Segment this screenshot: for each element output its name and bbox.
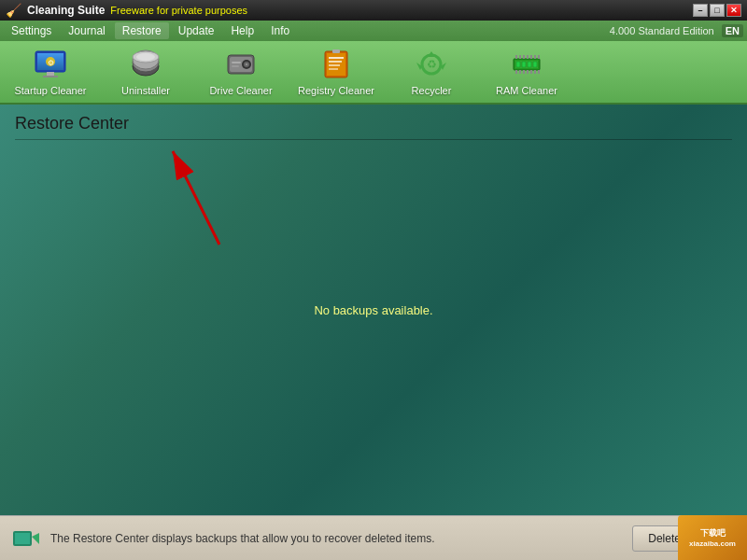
svg-rect-39 — [534, 55, 536, 59]
svg-rect-17 — [232, 62, 241, 63]
svg-rect-45 — [530, 70, 532, 74]
lang-label[interactable]: EN — [722, 24, 743, 37]
drive-cleaner-icon — [224, 48, 258, 81]
menu-info[interactable]: Info — [263, 22, 297, 39]
toolbar-drive-cleaner[interactable]: Drive Cleaner — [194, 44, 288, 100]
svg-rect-37 — [527, 55, 529, 59]
svg-rect-47 — [538, 70, 540, 74]
svg-rect-3 — [47, 72, 54, 76]
menubar-right: 4.000 Standard Edition EN — [610, 24, 743, 37]
toolbar-ram-cleaner[interactable]: RAM Cleaner — [480, 44, 573, 100]
svg-rect-38 — [530, 55, 532, 59]
svg-line-49 — [173, 151, 219, 245]
registry-cleaner-icon — [319, 48, 353, 81]
svg-rect-25 — [332, 49, 340, 53]
svg-point-16 — [246, 63, 247, 65]
menu-journal[interactable]: Journal — [61, 22, 112, 39]
svg-rect-32 — [528, 62, 531, 67]
titlebar-controls: – □ ✕ — [693, 4, 741, 17]
maximize-button[interactable]: □ — [710, 4, 725, 17]
drive-cleaner-label: Drive Cleaner — [209, 85, 272, 96]
svg-rect-31 — [522, 62, 526, 67]
titlebar-left: 🧹 Cleaning Suite Freeware for private pu… — [6, 3, 247, 18]
uninstaller-icon — [129, 48, 162, 81]
svg-rect-34 — [515, 55, 517, 59]
edition-label: 4.000 Standard Edition — [610, 25, 714, 36]
svg-rect-51 — [15, 533, 30, 544]
svg-rect-4 — [43, 76, 58, 77]
statusbar-left: The Restore Center displays backups that… — [11, 524, 435, 553]
menu-help[interactable]: Help — [223, 22, 261, 39]
titlebar: 🧹 Cleaning Suite Freeware for private pu… — [0, 0, 747, 21]
svg-rect-46 — [534, 70, 536, 74]
svg-rect-33 — [533, 62, 537, 67]
restore-center-title: Restore Center — [15, 114, 732, 140]
watermark-line2: xiazaiba.com — [689, 539, 736, 548]
registry-cleaner-label: Registry Cleaner — [298, 85, 374, 96]
menu-update[interactable]: Update — [171, 22, 222, 39]
status-icon — [11, 524, 41, 553]
svg-rect-40 — [538, 55, 540, 59]
svg-rect-22 — [329, 61, 342, 63]
svg-rect-42 — [519, 70, 521, 74]
no-backups-message: No backups available. — [314, 303, 432, 317]
toolbar: ⚙ Startup Cleaner Uninstaller — [0, 41, 747, 105]
app-icon: 🧹 — [6, 3, 21, 18]
menu-settings[interactable]: Settings — [4, 22, 59, 39]
svg-text:⚙: ⚙ — [48, 59, 54, 67]
statusbar: The Restore Center displays backups that… — [0, 515, 747, 560]
ram-cleaner-label: RAM Cleaner — [496, 85, 557, 96]
svg-rect-41 — [515, 70, 517, 74]
minimize-button[interactable]: – — [693, 4, 708, 17]
menu-restore[interactable]: Restore — [115, 22, 169, 39]
svg-rect-18 — [232, 65, 239, 67]
svg-rect-36 — [523, 55, 525, 59]
svg-rect-21 — [329, 57, 344, 59]
toolbar-recycler[interactable]: ♻ Recycler — [385, 44, 478, 100]
svg-rect-24 — [329, 68, 338, 70]
arrow-annotation — [163, 142, 238, 257]
ram-cleaner-icon — [510, 48, 543, 81]
svg-rect-23 — [329, 64, 340, 66]
uninstaller-label: Uninstaller — [121, 85, 170, 96]
watermark-line1: 下载吧 — [700, 527, 726, 539]
close-button[interactable]: ✕ — [726, 4, 741, 17]
menubar: Settings Journal Restore Update Help Inf… — [0, 21, 747, 41]
svg-rect-43 — [523, 70, 525, 74]
svg-rect-44 — [527, 70, 529, 74]
titlebar-freeware: Freeware for private purposes — [110, 5, 247, 16]
toolbar-startup-cleaner[interactable]: ⚙ Startup Cleaner — [4, 44, 97, 100]
recycler-icon: ♻ — [415, 48, 448, 81]
toolbar-registry-cleaner[interactable]: Registry Cleaner — [289, 44, 383, 100]
recycler-label: Recycler — [412, 85, 452, 96]
startup-cleaner-icon: ⚙ — [34, 48, 67, 81]
svg-marker-52 — [32, 533, 39, 544]
svg-point-11 — [136, 53, 155, 61]
main-content: Restore Center No backups available. — [0, 105, 747, 515]
watermark: 下载吧 xiazaiba.com — [678, 515, 747, 560]
status-text: The Restore Center displays backups that… — [50, 532, 435, 545]
svg-text:♻: ♻ — [427, 58, 437, 71]
titlebar-title: Cleaning Suite — [27, 4, 105, 17]
svg-rect-30 — [516, 62, 520, 67]
svg-rect-35 — [519, 55, 521, 59]
startup-cleaner-label: Startup Cleaner — [14, 85, 86, 96]
menubar-items: Settings Journal Restore Update Help Inf… — [4, 22, 297, 39]
toolbar-uninstaller[interactable]: Uninstaller — [99, 44, 192, 100]
